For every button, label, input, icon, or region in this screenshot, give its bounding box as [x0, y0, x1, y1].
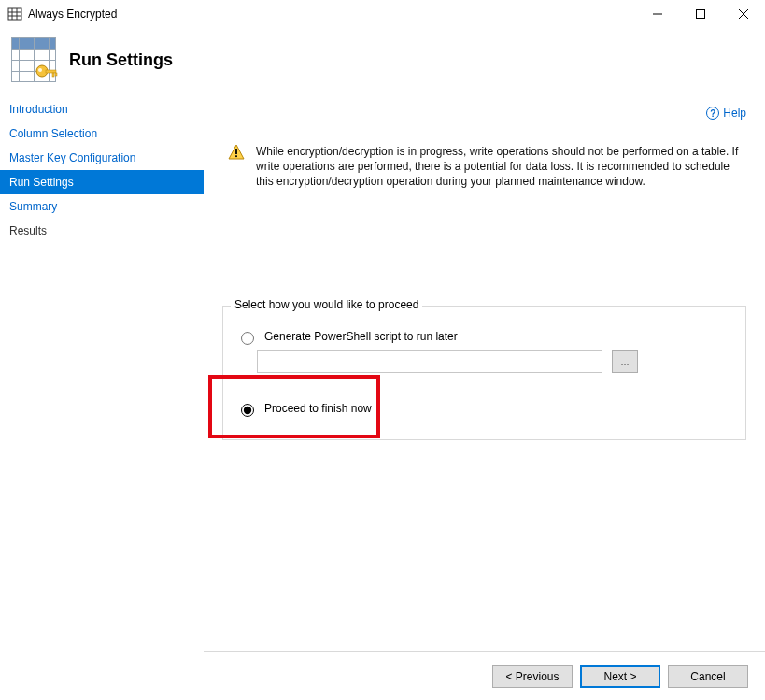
svg-rect-16 — [235, 155, 237, 157]
radio-proceed-now-label: Proceed to finish now — [264, 402, 372, 415]
wizard-footer: < Previous Next > Cancel — [204, 651, 765, 700]
svg-rect-12 — [52, 73, 54, 77]
warning-text: While encryption/decryption is in progre… — [256, 144, 741, 190]
script-path-input[interactable] — [257, 350, 602, 373]
sidebar-item-column-selection[interactable]: Column Selection — [0, 121, 204, 146]
proceed-fieldset: Select how you would like to proceed Gen… — [222, 306, 746, 440]
next-button[interactable]: Next > — [580, 665, 660, 688]
sidebar-item-master-key-configuration[interactable]: Master Key Configuration — [0, 146, 204, 170]
sidebar-item-summary[interactable]: Summary — [0, 194, 204, 219]
svg-rect-11 — [46, 70, 56, 73]
wizard-sidebar: Introduction Column Selection Master Key… — [0, 95, 204, 700]
minimize-button[interactable] — [636, 0, 679, 28]
sidebar-item-introduction[interactable]: Introduction — [0, 97, 204, 121]
app-icon — [7, 7, 22, 21]
svg-rect-0 — [8, 8, 21, 20]
table-key-icon — [11, 37, 56, 82]
radio-generate-script[interactable] — [241, 332, 254, 345]
sidebar-item-results: Results — [0, 219, 204, 243]
page-title: Run Settings — [69, 50, 173, 70]
close-button[interactable] — [722, 0, 765, 28]
help-link[interactable]: ? Help — [706, 107, 746, 120]
cancel-button[interactable]: Cancel — [668, 665, 748, 688]
maximize-button[interactable] — [679, 0, 722, 28]
svg-rect-13 — [55, 73, 57, 76]
main-panel: ? Help While encryption/decryption is in… — [204, 95, 765, 700]
browse-button[interactable]: ... — [612, 350, 638, 373]
warning-banner: While encryption/decryption is in progre… — [222, 144, 746, 190]
svg-point-10 — [38, 68, 42, 72]
window-title: Always Encrypted — [28, 7, 117, 21]
sidebar-item-run-settings[interactable]: Run Settings — [0, 170, 204, 194]
radio-proceed-now-row[interactable]: Proceed to finish now — [236, 401, 732, 417]
title-bar: Always Encrypted — [0, 0, 765, 28]
wizard-header: Run Settings — [0, 28, 765, 95]
svg-rect-6 — [697, 10, 705, 19]
window-controls — [636, 0, 765, 28]
proceed-legend: Select how you would like to proceed — [231, 298, 422, 311]
svg-rect-15 — [235, 149, 237, 154]
help-icon: ? — [706, 107, 719, 120]
previous-button[interactable]: < Previous — [492, 665, 573, 688]
radio-proceed-now[interactable] — [241, 404, 254, 417]
radio-generate-script-row[interactable]: Generate PowerShell script to run later — [236, 329, 732, 345]
radio-generate-script-label: Generate PowerShell script to run later — [264, 330, 458, 343]
warning-icon — [228, 144, 247, 190]
help-label: Help — [723, 107, 746, 120]
